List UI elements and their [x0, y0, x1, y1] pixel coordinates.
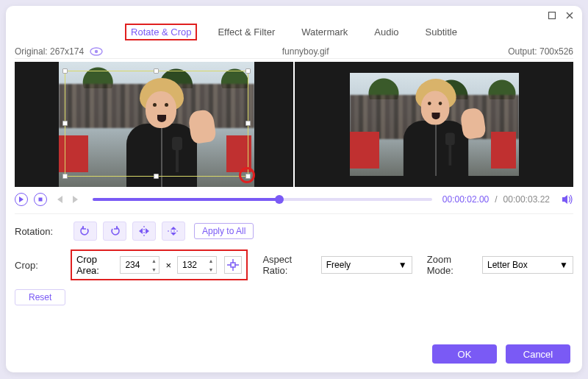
highlight-ring-icon — [239, 167, 255, 183]
crop-handle-bl[interactable] — [62, 174, 68, 179]
tab-effect-filter[interactable]: Effect & Filter — [212, 24, 281, 40]
crop-height-down[interactable]: ▼ — [206, 265, 216, 274]
next-frame-button[interactable] — [71, 196, 82, 203]
ok-button[interactable]: OK — [432, 344, 497, 364]
crop-handle-mr[interactable] — [245, 121, 251, 126]
info-bar: Original: 267x174 funnyboy.gif Output: 7… — [15, 46, 573, 59]
tab-watermark[interactable]: Watermark — [295, 24, 354, 40]
crop-handle-tl[interactable] — [62, 68, 68, 74]
crop-width-field[interactable] — [121, 260, 148, 270]
rotation-row: Rotation: Apply to All — [15, 222, 573, 241]
original-label: Original: 267x174 — [15, 46, 84, 57]
rotate-ccw-button[interactable] — [74, 222, 97, 241]
transport-bar: 00:00:02.00/00:00:03.22 — [15, 193, 573, 206]
cancel-button[interactable]: Cancel — [506, 344, 570, 364]
reset-button[interactable]: Reset — [15, 289, 65, 305]
crop-handle-bm[interactable] — [154, 174, 159, 179]
crop-width-down[interactable]: ▼ — [148, 265, 159, 274]
crop-height-field[interactable] — [178, 260, 206, 270]
tab-subtitle[interactable]: Subtitle — [420, 24, 463, 40]
chevron-down-icon: ▼ — [559, 260, 568, 270]
preview-row — [15, 62, 573, 187]
svg-point-2 — [95, 50, 98, 53]
tab-audio[interactable]: Audio — [368, 24, 404, 40]
zoom-mode-label: Zoom Mode: — [427, 254, 478, 276]
crop-area-highlight: Crop Area: ▲ ▼ × ▲ ▼ — [71, 249, 248, 280]
stop-button[interactable] — [34, 193, 47, 206]
flip-vertical-button[interactable] — [162, 222, 185, 241]
maximize-button[interactable] — [547, 10, 557, 21]
play-button[interactable] — [15, 193, 28, 206]
original-video-frame — [59, 62, 254, 187]
crop-selection-box[interactable] — [65, 71, 248, 177]
crop-area-label: Crop Area: — [76, 254, 116, 276]
crop-handle-ml[interactable] — [62, 121, 68, 126]
apply-to-all-button[interactable]: Apply to All — [194, 223, 254, 239]
rotation-label: Rotation: — [15, 226, 74, 237]
zoom-mode-value: Letter Box — [487, 260, 528, 270]
flip-horizontal-button[interactable] — [132, 222, 156, 241]
time-separator: / — [495, 194, 497, 205]
svg-rect-0 — [549, 13, 556, 19]
crop-row: Crop: Crop Area: ▲ ▼ × ▲ ▼ — [15, 249, 573, 280]
crop-height-up[interactable]: ▲ — [206, 256, 216, 265]
duration-time: 00:00:03.22 — [503, 194, 550, 205]
crop-x-separator: × — [165, 260, 171, 271]
aspect-ratio-value: Freely — [326, 260, 351, 270]
reset-row: Reset — [15, 289, 573, 305]
aspect-ratio-select[interactable]: Freely ▼ — [321, 256, 412, 274]
crop-label: Crop: — [15, 260, 71, 271]
editor-window: Rotate & Crop Effect & Filter Watermark … — [6, 6, 582, 372]
titlebar-controls — [547, 10, 575, 21]
volume-icon[interactable] — [562, 194, 573, 205]
rotate-cw-button[interactable] — [103, 222, 126, 241]
seek-knob[interactable] — [275, 195, 284, 204]
close-button[interactable] — [564, 10, 575, 21]
tab-rotate-crop[interactable]: Rotate & Crop — [125, 24, 197, 40]
output-preview-panel — [295, 62, 573, 187]
seek-slider[interactable] — [93, 198, 432, 201]
crop-handle-tm[interactable] — [154, 68, 159, 74]
controls-section: Rotation: Apply to All Crop: Crop Area: — [15, 213, 573, 305]
filename-label: funnyboy.gif — [103, 46, 508, 57]
crop-handle-tr[interactable] — [245, 68, 251, 74]
prev-frame-button[interactable] — [53, 196, 65, 203]
zoom-mode-select[interactable]: Letter Box ▼ — [482, 256, 573, 274]
crop-width-input[interactable]: ▲ ▼ — [120, 256, 159, 274]
preview-eye-icon[interactable] — [90, 47, 103, 56]
svg-rect-3 — [39, 198, 43, 202]
aspect-ratio-label: Aspect Ratio: — [262, 254, 316, 276]
output-video-frame — [350, 73, 519, 176]
crop-height-input[interactable]: ▲ ▼ — [177, 256, 217, 274]
footer-buttons: OK Cancel — [432, 344, 570, 364]
crop-width-up[interactable]: ▲ — [148, 256, 159, 265]
tab-bar: Rotate & Crop Effect & Filter Watermark … — [6, 6, 582, 40]
crop-center-button[interactable] — [224, 256, 242, 274]
output-label: Output: 700x526 — [508, 46, 573, 57]
original-preview-panel[interactable] — [15, 62, 293, 187]
chevron-down-icon: ▼ — [398, 260, 407, 270]
current-time: 00:00:02.00 — [442, 194, 489, 205]
